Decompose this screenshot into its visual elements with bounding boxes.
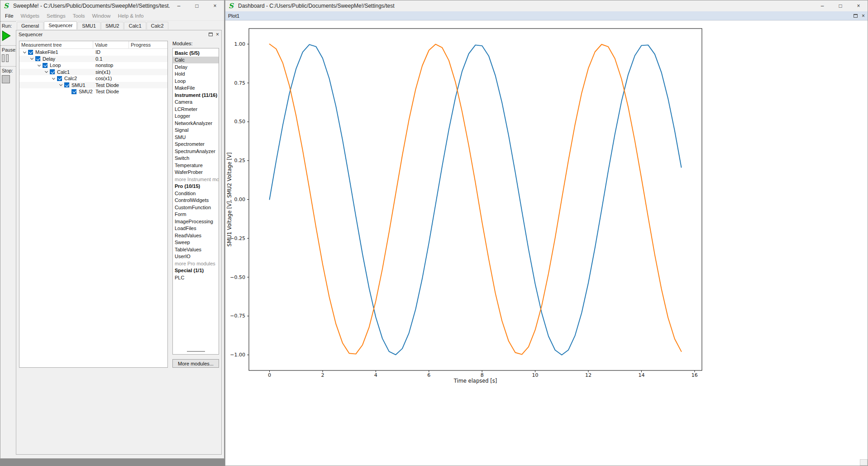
tab-sequencer[interactable]: Sequencer (44, 21, 77, 29)
expand-chevron-icon[interactable] (23, 50, 26, 53)
tree-row-delay[interactable]: Delay0.1 (19, 56, 167, 62)
module-item-tablevalues[interactable]: TableValues (173, 246, 219, 253)
expand-chevron-icon[interactable] (52, 77, 55, 80)
maximize-button[interactable]: □ (188, 0, 206, 11)
minimize-button[interactable]: – (170, 0, 188, 11)
plot-canvas[interactable]: 0246810121416−1.00−0.75−0.50−0.250.000.2… (225, 21, 868, 466)
main-titlebar: S SweepMe! - C:/Users/Public/Documents/S… (0, 0, 224, 11)
x-tick-label: 4 (374, 372, 377, 378)
tree-column-header-measurement-tree[interactable]: Measurement tree (19, 41, 93, 48)
module-group-basic-5-5: Basic (5/5) (173, 49, 219, 57)
float-plot-icon[interactable] (854, 14, 858, 18)
row-checkbox[interactable] (50, 69, 55, 74)
module-item-lcrmeter[interactable]: LCRmeter (173, 106, 219, 113)
module-item-controlwidgets[interactable]: ControlWidgets (173, 197, 219, 204)
tree-item-label: Loop (50, 62, 61, 68)
minimize-button[interactable]: – (813, 0, 831, 11)
expand-chevron-icon[interactable] (45, 70, 48, 73)
row-checkbox[interactable] (57, 76, 62, 81)
modules-label: Modules: (172, 41, 219, 46)
module-item-form[interactable]: Form (173, 211, 219, 218)
menu-help-info[interactable]: Help & Info (114, 11, 147, 20)
tree-row-calc1[interactable]: Calc1sin(x1) (19, 69, 167, 76)
pause-button[interactable] (2, 54, 16, 62)
expand-chevron-icon[interactable] (59, 83, 62, 86)
stop-button[interactable] (2, 75, 10, 83)
module-item-hold[interactable]: Hold (173, 71, 219, 78)
tab-calc1[interactable]: Calc1 (124, 22, 146, 29)
module-item-waferprober[interactable]: WaferProber (173, 169, 219, 176)
run-controls-rail: Run: Pause: Stop: (0, 21, 16, 457)
modules-scrollbar[interactable] (187, 351, 205, 352)
menu-window[interactable]: Window (89, 11, 114, 20)
tree-item-label: Calc2 (64, 76, 77, 81)
module-item-calc[interactable]: Calc (173, 57, 219, 64)
tab-smu1[interactable]: SMU1 (77, 22, 100, 29)
menu-tools[interactable]: Tools (69, 11, 89, 20)
module-item-signal[interactable]: Signal (173, 127, 219, 134)
row-checkbox[interactable] (43, 63, 48, 68)
expand-chevron-icon[interactable] (30, 57, 33, 60)
run-label: Run: (2, 23, 16, 29)
play-icon (2, 30, 11, 41)
tree-row-makefile1[interactable]: MakeFile1ID (19, 49, 167, 56)
tab-bar: GeneralSequencerSMU1SMU2Calc1Calc2 (16, 21, 224, 29)
module-item-logger[interactable]: Logger (173, 113, 219, 120)
tree-column-header-value[interactable]: Value (93, 41, 129, 48)
module-item-sweep[interactable]: Sweep (173, 239, 219, 246)
menu-file[interactable]: File (1, 11, 17, 20)
maximize-button[interactable]: □ (831, 0, 849, 11)
close-plot-icon[interactable]: × (862, 14, 865, 18)
module-item-spectrumanalyzer[interactable]: SpectrumAnalyzer (173, 148, 219, 155)
tab-calc2[interactable]: Calc2 (147, 22, 168, 29)
module-item-makefile[interactable]: MakeFile (173, 85, 219, 92)
module-item-more-instrument-modules[interactable]: more Instrument modules... (173, 176, 219, 183)
row-checkbox[interactable] (64, 82, 69, 87)
row-checkbox[interactable] (72, 89, 76, 94)
tree-row-smu1[interactable]: SMU1Test Diode (19, 82, 167, 89)
tree-row-calc2[interactable]: Calc2cos(x1) (19, 75, 167, 82)
sweepme-window: S SweepMe! - C:/Users/Public/Documents/S… (0, 0, 224, 459)
module-item-switch[interactable]: Switch (173, 155, 219, 162)
module-item-delay[interactable]: Delay (173, 63, 219, 71)
module-item-temperature[interactable]: Temperature (173, 162, 219, 169)
modules-list: Basic (5/5)CalcDelayHoldLoopMakeFileInst… (172, 48, 219, 355)
close-button[interactable]: × (206, 0, 224, 11)
module-item-plc[interactable]: PLC (173, 274, 219, 281)
run-button[interactable] (2, 30, 16, 41)
module-item-readvalues[interactable]: ReadValues (173, 232, 219, 239)
y-tick-label: 0.75 (234, 80, 246, 86)
module-item-imageprocessing[interactable]: ImageProcessing (173, 218, 219, 225)
module-item-camera[interactable]: Camera (173, 99, 219, 106)
row-checkbox[interactable] (28, 50, 33, 55)
y-tick-label: −1.00 (230, 352, 245, 358)
float-panel-icon[interactable] (209, 33, 213, 36)
module-item-loop[interactable]: Loop (173, 77, 219, 85)
tree-column-header-progress[interactable]: Progress (129, 41, 167, 48)
row-checkbox[interactable] (35, 56, 40, 61)
close-button[interactable]: × (849, 0, 868, 11)
tree-row-smu2[interactable]: SMU2Test Diode (19, 88, 167, 95)
module-item-userio[interactable]: UserIO (173, 253, 219, 260)
menu-settings[interactable]: Settings (43, 11, 69, 20)
resize-grip[interactable] (860, 459, 868, 466)
tree-item-value: sin(x1) (95, 69, 130, 75)
series-line-1 (270, 44, 682, 355)
module-item-networkanalyzer[interactable]: NetworkAnalyzer (173, 120, 219, 127)
module-item-more-pro-modules[interactable]: more Pro modules (173, 260, 219, 267)
tab-smu2[interactable]: SMU2 (101, 22, 124, 29)
tab-general[interactable]: General (17, 22, 43, 29)
plot-title: Plot1 (228, 13, 239, 19)
tree-row-loop[interactable]: Loopnonstop (19, 62, 167, 69)
more-modules-button[interactable]: More modules... (172, 359, 219, 368)
y-tick-label: −0.75 (230, 313, 245, 319)
pause-icon (6, 54, 9, 62)
module-item-condition[interactable]: Condition (173, 190, 219, 197)
module-item-loadfiles[interactable]: LoadFiles (173, 225, 219, 232)
module-item-customfunction[interactable]: CustomFunction (173, 204, 219, 211)
expand-chevron-icon[interactable] (38, 63, 41, 67)
close-panel-icon[interactable]: × (216, 32, 219, 37)
menu-widgets[interactable]: Widgets (17, 11, 43, 20)
module-item-spectrometer[interactable]: Spectrometer (173, 141, 219, 148)
module-item-smu[interactable]: SMU (173, 134, 219, 141)
